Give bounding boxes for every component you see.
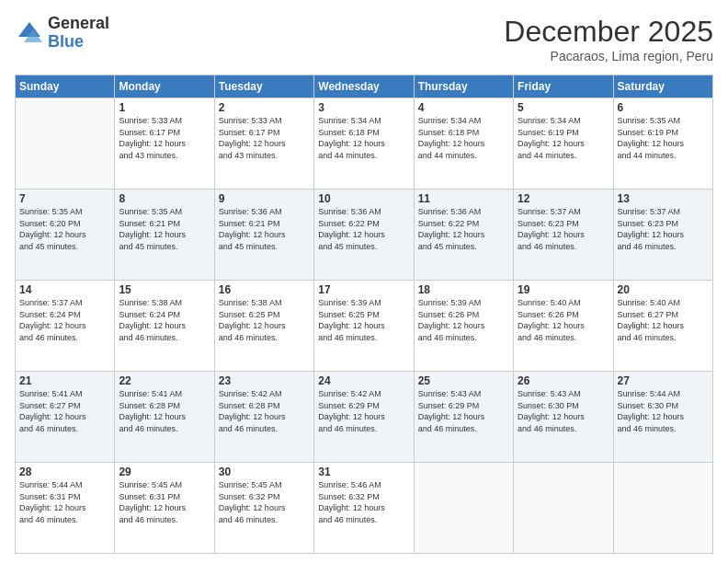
- day-info: Sunrise: 5:34 AMSunset: 6:19 PMDaylight:…: [518, 115, 609, 161]
- day-info: Sunrise: 5:40 AMSunset: 6:26 PMDaylight:…: [518, 297, 609, 343]
- daylight-minutes: and 46 minutes.: [518, 333, 576, 342]
- daylight-hours: Daylight: 12 hours: [418, 412, 485, 421]
- sunrise-text: Sunrise: 5:41 AM: [119, 389, 182, 398]
- sunrise-text: Sunrise: 5:37 AM: [618, 207, 681, 216]
- day-number: 6: [618, 101, 709, 114]
- sunrise-text: Sunrise: 5:35 AM: [119, 207, 182, 216]
- day-number: 23: [219, 374, 310, 387]
- daylight-minutes: and 46 minutes.: [418, 424, 477, 433]
- sunset-text: Sunset: 6:19 PM: [618, 128, 679, 137]
- sunrise-text: Sunrise: 5:40 AM: [618, 298, 681, 307]
- day-info: Sunrise: 5:43 AMSunset: 6:30 PMDaylight:…: [518, 388, 609, 434]
- sunset-text: Sunset: 6:32 PM: [318, 492, 380, 501]
- day-number: 12: [518, 192, 609, 205]
- calendar-cell: [414, 463, 513, 554]
- sunset-text: Sunset: 6:24 PM: [19, 310, 81, 319]
- calendar-week-row: 14Sunrise: 5:37 AMSunset: 6:24 PMDayligh…: [16, 281, 713, 372]
- sunrise-text: Sunrise: 5:37 AM: [518, 207, 581, 216]
- sunset-text: Sunset: 6:21 PM: [219, 219, 280, 228]
- calendar-cell: 4Sunrise: 5:34 AMSunset: 6:18 PMDaylight…: [414, 98, 513, 190]
- day-number: 28: [19, 465, 110, 478]
- weekday-tuesday: Tuesday: [214, 75, 313, 98]
- sunrise-text: Sunrise: 5:37 AM: [19, 298, 83, 307]
- sunrise-text: Sunrise: 5:40 AM: [518, 298, 581, 307]
- sunset-text: Sunset: 6:24 PM: [119, 310, 180, 319]
- day-number: 20: [618, 283, 709, 296]
- daylight-minutes: and 46 minutes.: [518, 242, 576, 251]
- calendar-cell: 3Sunrise: 5:34 AMSunset: 6:18 PMDaylight…: [314, 98, 414, 190]
- day-number: 10: [318, 192, 409, 205]
- daylight-minutes: and 45 minutes.: [119, 242, 177, 251]
- day-info: Sunrise: 5:46 AMSunset: 6:32 PMDaylight:…: [318, 479, 409, 525]
- day-info: Sunrise: 5:33 AMSunset: 6:17 PMDaylight:…: [119, 115, 210, 161]
- calendar-cell: 11Sunrise: 5:36 AMSunset: 6:22 PMDayligh…: [414, 190, 513, 281]
- title-section: December 2025 Pacaraos, Lima region, Per…: [504, 15, 713, 63]
- sunset-text: Sunset: 6:26 PM: [518, 310, 579, 319]
- day-number: 29: [119, 465, 210, 478]
- daylight-minutes: and 46 minutes.: [119, 333, 177, 342]
- calendar-cell: 25Sunrise: 5:43 AMSunset: 6:29 PMDayligh…: [414, 372, 513, 463]
- day-info: Sunrise: 5:37 AMSunset: 6:24 PMDaylight:…: [19, 297, 110, 343]
- calendar-cell: 2Sunrise: 5:33 AMSunset: 6:17 PMDaylight…: [214, 98, 313, 190]
- day-number: 17: [318, 283, 409, 296]
- calendar-cell: 31Sunrise: 5:46 AMSunset: 6:32 PMDayligh…: [314, 463, 414, 554]
- sunrise-text: Sunrise: 5:33 AM: [219, 116, 282, 125]
- sunrise-text: Sunrise: 5:44 AM: [618, 389, 681, 398]
- daylight-hours: Daylight: 12 hours: [518, 139, 585, 148]
- calendar-table: Sunday Monday Tuesday Wednesday Thursday…: [15, 75, 713, 554]
- daylight-hours: Daylight: 12 hours: [418, 230, 485, 239]
- day-info: Sunrise: 5:42 AMSunset: 6:28 PMDaylight:…: [219, 388, 310, 434]
- sunrise-text: Sunrise: 5:39 AM: [318, 298, 381, 307]
- daylight-minutes: and 43 minutes.: [219, 151, 278, 160]
- day-info: Sunrise: 5:36 AMSunset: 6:22 PMDaylight:…: [318, 206, 409, 252]
- day-info: Sunrise: 5:43 AMSunset: 6:29 PMDaylight:…: [418, 388, 509, 434]
- daylight-hours: Daylight: 12 hours: [518, 321, 585, 330]
- day-info: Sunrise: 5:34 AMSunset: 6:18 PMDaylight:…: [418, 115, 509, 161]
- daylight-minutes: and 45 minutes.: [19, 242, 78, 251]
- day-info: Sunrise: 5:37 AMSunset: 6:23 PMDaylight:…: [618, 206, 709, 252]
- day-number: 27: [618, 374, 709, 387]
- day-info: Sunrise: 5:38 AMSunset: 6:25 PMDaylight:…: [219, 297, 310, 343]
- sunset-text: Sunset: 6:26 PM: [418, 310, 480, 319]
- calendar-cell: [16, 98, 115, 190]
- sunset-text: Sunset: 6:19 PM: [518, 128, 579, 137]
- day-number: 21: [19, 374, 110, 387]
- daylight-hours: Daylight: 12 hours: [119, 139, 186, 148]
- calendar-cell: 30Sunrise: 5:45 AMSunset: 6:32 PMDayligh…: [214, 463, 313, 554]
- daylight-hours: Daylight: 12 hours: [618, 321, 685, 330]
- daylight-minutes: and 44 minutes.: [618, 151, 677, 160]
- calendar-cell: 20Sunrise: 5:40 AMSunset: 6:27 PMDayligh…: [613, 281, 712, 372]
- daylight-hours: Daylight: 12 hours: [318, 412, 385, 421]
- daylight-hours: Daylight: 12 hours: [418, 139, 485, 148]
- daylight-minutes: and 46 minutes.: [19, 515, 78, 524]
- daylight-minutes: and 46 minutes.: [618, 242, 677, 251]
- calendar-cell: 13Sunrise: 5:37 AMSunset: 6:23 PMDayligh…: [613, 190, 712, 281]
- sunset-text: Sunset: 6:22 PM: [318, 219, 380, 228]
- daylight-hours: Daylight: 12 hours: [219, 139, 286, 148]
- sunset-text: Sunset: 6:30 PM: [618, 401, 679, 410]
- svg-marker-0: [18, 22, 40, 37]
- calendar-cell: 16Sunrise: 5:38 AMSunset: 6:25 PMDayligh…: [214, 281, 313, 372]
- calendar-week-row: 1Sunrise: 5:33 AMSunset: 6:17 PMDaylight…: [16, 98, 713, 190]
- logo: General Blue: [15, 15, 109, 52]
- sunrise-text: Sunrise: 5:36 AM: [318, 207, 381, 216]
- daylight-hours: Daylight: 12 hours: [518, 230, 585, 239]
- daylight-hours: Daylight: 12 hours: [219, 412, 286, 421]
- sunset-text: Sunset: 6:17 PM: [219, 128, 280, 137]
- day-number: 22: [119, 374, 210, 387]
- sunset-text: Sunset: 6:18 PM: [318, 128, 380, 137]
- day-info: Sunrise: 5:35 AMSunset: 6:19 PMDaylight:…: [618, 115, 709, 161]
- sunset-text: Sunset: 6:18 PM: [418, 128, 480, 137]
- daylight-minutes: and 46 minutes.: [219, 424, 278, 433]
- daylight-hours: Daylight: 12 hours: [19, 321, 86, 330]
- calendar-cell: 1Sunrise: 5:33 AMSunset: 6:17 PMDaylight…: [115, 98, 214, 190]
- calendar-week-row: 7Sunrise: 5:35 AMSunset: 6:20 PMDaylight…: [16, 190, 713, 281]
- calendar-cell: 5Sunrise: 5:34 AMSunset: 6:19 PMDaylight…: [514, 98, 613, 190]
- logo-general-text: General: [48, 15, 109, 33]
- day-info: Sunrise: 5:36 AMSunset: 6:22 PMDaylight:…: [418, 206, 509, 252]
- daylight-minutes: and 46 minutes.: [318, 333, 377, 342]
- calendar-cell: [514, 463, 613, 554]
- sunrise-text: Sunrise: 5:35 AM: [618, 116, 681, 125]
- calendar-cell: 24Sunrise: 5:42 AMSunset: 6:29 PMDayligh…: [314, 372, 414, 463]
- sunrise-text: Sunrise: 5:34 AM: [418, 116, 482, 125]
